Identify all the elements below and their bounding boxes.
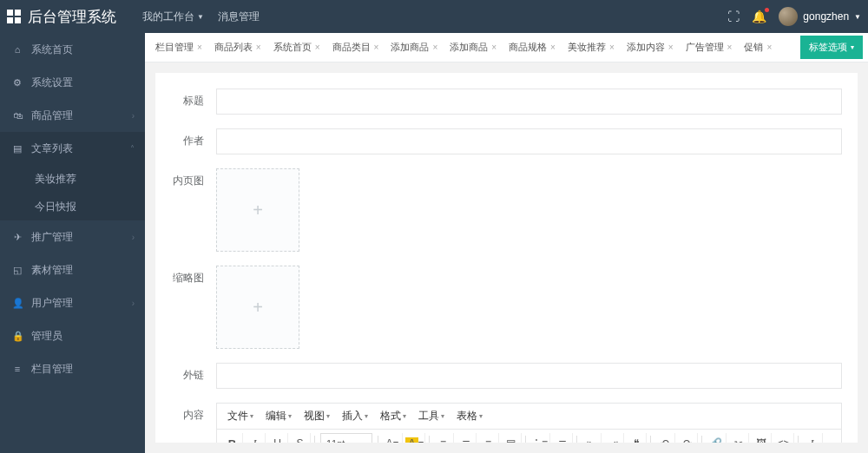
label-inner-img: 内页图 (171, 168, 216, 252)
tab-1[interactable]: 商品列表× (209, 37, 266, 57)
close-icon[interactable]: × (256, 43, 261, 52)
editor-menu-4[interactable]: 格式▾ (377, 407, 410, 425)
rich-editor: 文件▾编辑▾视图▾插入▾格式▾工具▾表格▾ B I U S 11pt A▾ A▾ (216, 403, 842, 443)
ext-link-input[interactable] (216, 363, 842, 389)
sidebar-item-users[interactable]: 👤用户管理› (0, 286, 145, 319)
editor-menu-3[interactable]: 插入▾ (339, 407, 372, 425)
text-color-button[interactable]: A▾ (382, 433, 403, 443)
close-icon[interactable]: × (315, 43, 320, 52)
cube-icon: ◱ (12, 265, 23, 276)
editor-menu-6[interactable]: 表格▾ (453, 407, 486, 425)
code-button[interactable]: <> (773, 433, 794, 443)
chevron-right-icon: › (132, 111, 135, 121)
top-menu-workbench[interactable]: 我的工作台▼ (137, 6, 209, 28)
sidebar-item-admin[interactable]: 🔒管理员 (0, 319, 145, 352)
close-icon[interactable]: × (550, 43, 556, 52)
align-center-button[interactable]: ≣ (456, 433, 477, 443)
redo-button[interactable]: ↷ (677, 433, 698, 443)
chevron-up-icon: ˄ (130, 144, 135, 154)
close-icon[interactable]: × (727, 43, 733, 52)
editor-menu-0[interactable]: 文件▾ (224, 407, 257, 425)
system-title: 后台管理系统 (28, 7, 116, 27)
tab-0[interactable]: 栏目管理× (150, 37, 207, 57)
row-content: 内容 文件▾编辑▾视图▾插入▾格式▾工具▾表格▾ B I U S 11pt A▾ (171, 403, 842, 443)
title-input[interactable] (216, 89, 842, 115)
close-icon[interactable]: × (432, 43, 437, 52)
fullscreen-icon[interactable]: ⛶ (727, 10, 740, 23)
author-input[interactable] (216, 128, 842, 154)
sidebar-sub-news[interactable]: 今日快报 (0, 193, 145, 220)
sidebar-item-promotion[interactable]: ✈推广管理› (0, 220, 145, 253)
tab-4[interactable]: 添加商品× (385, 37, 443, 57)
bell-icon[interactable]: 🔔 (752, 10, 766, 23)
sidebar-item-articles[interactable]: ▤文章列表˄ (0, 132, 145, 165)
editor-menu-5[interactable]: 工具▾ (415, 407, 448, 425)
align-left-button[interactable]: ≡ (433, 433, 454, 443)
strike-button[interactable]: S (290, 433, 311, 443)
close-icon[interactable]: × (668, 43, 674, 52)
tab-options-button[interactable]: 标签选项▾ (800, 36, 863, 59)
bg-color-button[interactable]: A▾ (404, 433, 425, 443)
number-list-button[interactable]: ≣ (552, 433, 573, 443)
close-icon[interactable]: × (197, 43, 202, 52)
bullet-list-button[interactable]: ⋮≡ (529, 433, 550, 443)
label-content: 内容 (171, 403, 216, 443)
row-author: 作者 (171, 128, 842, 154)
link-button[interactable]: 🔗 (706, 433, 727, 443)
row-title: 标题 (171, 89, 842, 115)
align-right-button[interactable]: ≡ (478, 433, 499, 443)
undo-button[interactable]: ↶ (654, 433, 675, 443)
tab-3[interactable]: 商品类目× (327, 37, 385, 57)
sidebar-item-settings[interactable]: ⚙系统设置 (0, 66, 145, 99)
tab-8[interactable]: 添加内容× (621, 37, 679, 57)
inner-img-upload[interactable]: + (216, 168, 299, 252)
content-area: 栏目管理×商品列表×系统首页×商品类目×添加商品×添加商品×商品规格×美妆推荐×… (145, 33, 868, 453)
tab-5[interactable]: 添加商品× (444, 37, 502, 57)
sidebar-sub-beauty[interactable]: 美妆推荐 (0, 165, 145, 193)
tab-7[interactable]: 美妆推荐× (562, 37, 620, 57)
label-title: 标题 (171, 89, 216, 115)
quote-button[interactable]: ❝ (626, 433, 647, 443)
sidebar-item-columns[interactable]: ≡栏目管理 (0, 352, 145, 385)
separator (798, 436, 799, 443)
close-icon[interactable]: × (609, 43, 615, 52)
bold-button[interactable]: B (222, 433, 243, 443)
tab-10[interactable]: 促销× (739, 37, 777, 57)
sidebar-item-products[interactable]: 🛍商品管理› (0, 99, 145, 132)
tab-9[interactable]: 广告管理× (681, 37, 738, 57)
close-icon[interactable]: × (766, 43, 772, 52)
avatar (779, 7, 798, 26)
sidebar-item-material[interactable]: ◱素材管理 (0, 253, 145, 286)
close-icon[interactable]: × (491, 43, 496, 52)
close-icon[interactable]: × (374, 43, 379, 52)
underline-button[interactable]: U (267, 433, 288, 443)
tab-6[interactable]: 商品规格× (503, 37, 561, 57)
tab-2[interactable]: 系统首页× (268, 37, 326, 57)
thumb-upload[interactable]: + (216, 266, 299, 349)
indent-button[interactable]: ⇥ (603, 433, 624, 443)
image-button[interactable]: 🖼 (751, 433, 772, 443)
user-menu[interactable]: gongzhen ▼ (779, 7, 861, 26)
home-icon: ⌂ (12, 44, 23, 55)
label-author: 作者 (171, 128, 216, 154)
editor-menu-2[interactable]: 视图▾ (300, 407, 333, 425)
sidebar-item-home[interactable]: ⌂系统首页 (0, 33, 145, 66)
caret-down-icon: ▼ (197, 13, 204, 21)
unlink-button[interactable]: ✂ (728, 433, 749, 443)
caret-down-icon: ▾ (288, 412, 292, 420)
top-menu-message[interactable]: 消息管理 (213, 6, 265, 28)
separator (701, 436, 702, 443)
header-left: 后台管理系统 我的工作台▼ 消息管理 (7, 6, 265, 28)
italic-button[interactable]: I (245, 433, 266, 443)
logo-icon (7, 10, 21, 23)
outdent-button[interactable]: ⇤ (581, 433, 602, 443)
caret-down-icon: ▾ (250, 412, 253, 420)
top-header: 后台管理系统 我的工作台▼ 消息管理 ⛶ 🔔 gongzhen ▼ (0, 0, 868, 33)
clear-format-button[interactable]: I (802, 433, 823, 443)
editor-menu-1[interactable]: 编辑▾ (262, 407, 295, 425)
font-size-select[interactable]: 11pt (320, 433, 372, 443)
plus-icon: + (253, 298, 263, 318)
label-ext-link: 外链 (171, 363, 216, 389)
align-justify-button[interactable]: ▤ (501, 433, 522, 443)
caret-down-icon: ▾ (851, 43, 854, 51)
